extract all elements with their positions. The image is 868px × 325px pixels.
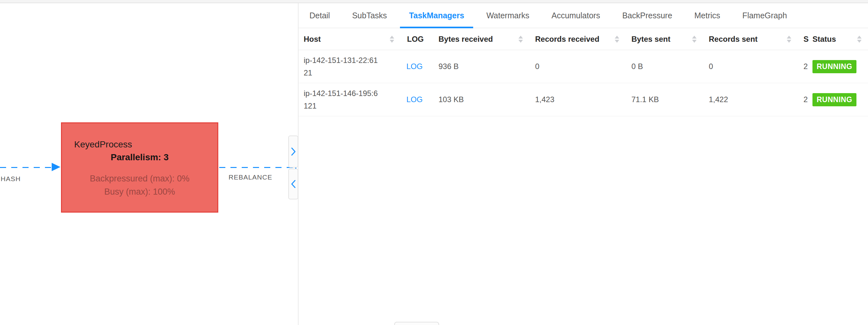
node-name: KeyedProcess bbox=[62, 138, 217, 151]
tab-accumulators[interactable]: Accumulators bbox=[542, 3, 609, 28]
outgoing-edge-line bbox=[219, 167, 295, 168]
log-cell: LOG bbox=[406, 95, 438, 104]
taskmanagers-table-header: Host LOG Bytes received Records received… bbox=[299, 28, 868, 50]
host-cell: ip-142-151-146-195:6121 bbox=[299, 87, 406, 112]
host-cell: ip-142-151-131-22:6121 bbox=[299, 54, 406, 79]
column-header-log: LOG bbox=[406, 35, 438, 44]
keyedprocess-node[interactable]: KeyedProcess Parallelism: 3 Backpressure… bbox=[61, 122, 218, 213]
bottom-clipped-control[interactable] bbox=[394, 322, 439, 325]
chevron-left-icon bbox=[290, 179, 296, 189]
column-header-status[interactable]: Status bbox=[810, 35, 868, 44]
column-header-host[interactable]: Host bbox=[299, 35, 406, 44]
table-row: ip-142-151-131-22:6121 LOG 936 B 0 0 B 0… bbox=[299, 50, 868, 83]
status-badge: RUNNING bbox=[812, 93, 857, 106]
status-cell: RUNNING bbox=[810, 93, 868, 106]
expand-panel-button[interactable] bbox=[288, 136, 298, 168]
records-received-cell: 1,423 bbox=[535, 95, 631, 104]
status-cell: RUNNING bbox=[810, 60, 868, 73]
records-received-cell: 0 bbox=[535, 62, 631, 71]
tab-detail[interactable]: Detail bbox=[301, 3, 339, 28]
tab-watermarks[interactable]: Watermarks bbox=[477, 3, 538, 28]
bytes-sent-cell: 0 B bbox=[631, 62, 709, 71]
column-header-bytes-received[interactable]: Bytes received bbox=[438, 35, 535, 44]
collapse-panel-button[interactable] bbox=[288, 169, 298, 200]
sort-icon[interactable] bbox=[787, 36, 791, 43]
window-top-edge bbox=[0, 0, 868, 3]
vertex-detail-panel: Detail SubTasks TaskManagers Watermarks … bbox=[299, 3, 868, 325]
chevron-right-icon bbox=[290, 147, 296, 156]
job-graph-panel: HASH KeyedProcess Parallelism: 3 Backpre… bbox=[0, 3, 298, 325]
node-parallelism: Parallelism: 3 bbox=[62, 151, 217, 164]
node-backpressure-metric: Backpressured (max): 0% bbox=[62, 172, 217, 185]
log-cell: LOG bbox=[406, 62, 438, 71]
bytes-received-cell: 936 B bbox=[438, 62, 535, 71]
bytes-received-cell: 103 KB bbox=[438, 95, 535, 104]
detail-tab-bar: Detail SubTasks TaskManagers Watermarks … bbox=[299, 3, 868, 28]
log-link[interactable]: LOG bbox=[406, 62, 423, 71]
sort-icon[interactable] bbox=[615, 36, 619, 43]
clipped-cell: 2 bbox=[804, 95, 810, 104]
sort-icon[interactable] bbox=[692, 36, 696, 43]
sort-icon[interactable] bbox=[390, 36, 394, 43]
records-sent-cell: 1,422 bbox=[709, 95, 804, 104]
column-header-clipped: S bbox=[804, 35, 810, 44]
tab-subtasks[interactable]: SubTasks bbox=[343, 3, 396, 28]
sort-icon[interactable] bbox=[519, 36, 523, 43]
hash-edge-label: HASH bbox=[1, 175, 21, 183]
incoming-edge-line bbox=[0, 167, 51, 168]
clipped-cell: 2 bbox=[804, 62, 810, 71]
log-link[interactable]: LOG bbox=[406, 95, 423, 104]
rebalance-edge-label: REBALANCE bbox=[228, 173, 272, 181]
edge-arrow-icon bbox=[52, 163, 60, 171]
column-header-records-sent[interactable]: Records sent bbox=[709, 35, 804, 44]
node-busy-metric: Busy (max): 100% bbox=[62, 185, 217, 199]
panel-divider[interactable] bbox=[298, 3, 299, 325]
records-sent-cell: 0 bbox=[709, 62, 804, 71]
sort-icon[interactable] bbox=[857, 36, 862, 43]
table-row: ip-142-151-146-195:6121 LOG 103 KB 1,423… bbox=[299, 83, 868, 116]
tab-metrics[interactable]: Metrics bbox=[685, 3, 729, 28]
tab-flamegraph[interactable]: FlameGraph bbox=[734, 3, 796, 28]
column-header-bytes-sent[interactable]: Bytes sent bbox=[631, 35, 709, 44]
tab-backpressure[interactable]: BackPressure bbox=[613, 3, 681, 28]
tab-taskmanagers[interactable]: TaskManagers bbox=[400, 3, 473, 28]
column-header-records-received[interactable]: Records received bbox=[535, 35, 631, 44]
status-badge: RUNNING bbox=[812, 60, 857, 73]
bytes-sent-cell: 71.1 KB bbox=[631, 95, 709, 104]
